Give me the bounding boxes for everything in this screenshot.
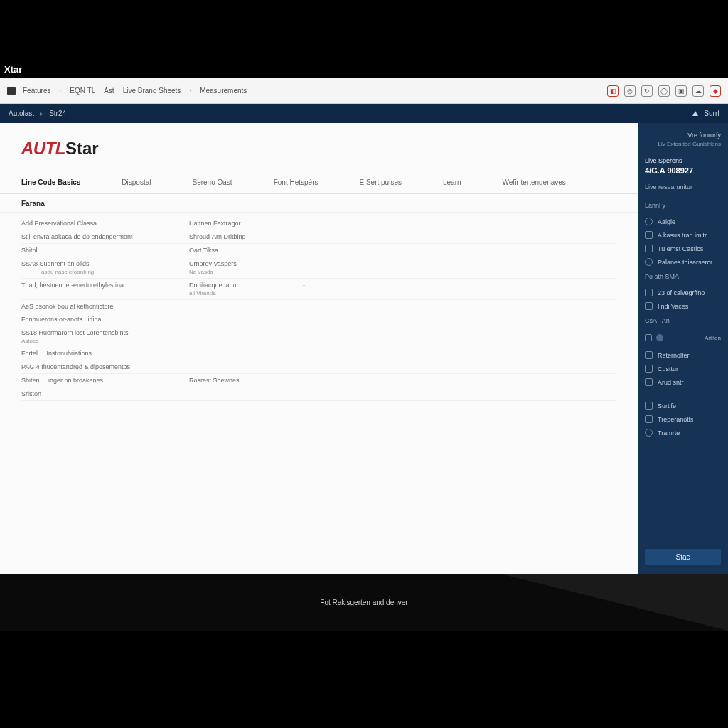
- sidebar-action-row: Artiten: [645, 334, 721, 341]
- cell-mark: -: [303, 282, 374, 296]
- context-left-2[interactable]: Str24: [49, 109, 66, 117]
- square-icon: [645, 402, 653, 410]
- table-row[interactable]: Add Preservational Classa Hattnen Fextra…: [21, 217, 616, 230]
- layers-icon[interactable]: ▣: [675, 85, 687, 97]
- action-label[interactable]: Artiten: [705, 335, 721, 341]
- table-row[interactable]: Fortel Instonubriations: [21, 347, 616, 360]
- tab-wefir[interactable]: Wefir tertengenaves: [503, 171, 583, 193]
- cell-label: PAG 4 thucentandred & diposementos: [21, 363, 189, 370]
- globe-icon: [645, 429, 653, 437]
- cell-value: Rosrest Shewnes: [189, 377, 303, 384]
- tab-sereno[interactable]: Sereno Oast: [193, 171, 250, 193]
- square-icon: [645, 415, 653, 423]
- tab-esert[interactable]: E.Sert pulses: [359, 171, 418, 193]
- tab-disposal[interactable]: Dispostal: [122, 171, 168, 193]
- tab-learn[interactable]: Learn: [443, 171, 478, 193]
- table-row[interactable]: PAG 4 thucentandred & diposementos: [21, 360, 616, 374]
- cell-label: Fonmuerons or-anots Litfina: [21, 316, 189, 323]
- sidebar-group-3: CsA TAn: [645, 317, 721, 324]
- book-icon: [645, 245, 653, 252]
- breadcrumb-2[interactable]: EQN TL: [70, 87, 95, 95]
- checkbox[interactable]: [645, 334, 652, 341]
- cell-label: SSA8 Suonrent an olids asdu nasc eroanbi…: [21, 260, 189, 275]
- refresh-icon[interactable]: ↻: [641, 85, 653, 97]
- sidebar-item[interactable]: Surtife: [645, 399, 721, 412]
- cell-mark: ·: [303, 260, 374, 275]
- cell-label: Add Preservational Classa: [21, 220, 189, 227]
- sidebar-row[interactable]: Live researunitur: [645, 183, 721, 191]
- edit-icon: [645, 351, 653, 359]
- toolbar: Features · EQN TL Ast Live Brand Sheets …: [0, 78, 728, 104]
- diamond-icon[interactable]: ◆: [710, 85, 721, 97]
- context-left-1[interactable]: Autolast: [9, 109, 34, 117]
- breadcrumb-4[interactable]: Live Brand Sheets: [123, 87, 181, 95]
- cell-sub: asdu nasc eroanbing: [21, 269, 182, 275]
- sidebar-item[interactable]: A kasus tran imitr: [645, 228, 721, 242]
- tab-line-code[interactable]: Line Code Basics: [21, 171, 97, 193]
- separator: ·: [189, 87, 191, 95]
- gear-icon: [645, 258, 653, 266]
- toolbar-icons: ◧ ◎ ↻ ◯ ▣ ☁ ◆: [607, 85, 721, 97]
- table-row[interactable]: Still envra aakaca de do endangermant Sh…: [21, 230, 616, 244]
- headset-icon: [645, 231, 653, 239]
- cell-label: Fortel Instonubriations: [21, 350, 189, 357]
- sidebar-item[interactable]: Iindi Vaces: [645, 299, 721, 313]
- table-row[interactable]: Thad, hestoennet-enedurethylestina Ducil…: [21, 279, 616, 300]
- cell-label: SS18 Huermarorn lost Lorentensbints Asto…: [21, 329, 189, 344]
- save-button[interactable]: Stac: [645, 549, 721, 565]
- sidebar-item[interactable]: Arud sntr: [645, 375, 721, 389]
- breadcrumb-1[interactable]: Features: [23, 87, 50, 95]
- table-row[interactable]: AeS bsonok bou al kethontictore: [21, 300, 616, 313]
- table-row[interactable]: Sriston: [21, 387, 616, 401]
- sidebar-item[interactable]: Tramrte: [645, 426, 721, 439]
- cell-label: Shiten inger on broakenes: [21, 377, 189, 384]
- tab-font[interactable]: Font Hetspérs: [274, 171, 336, 193]
- triangle-up-icon[interactable]: [692, 111, 698, 116]
- sidebar-group-1: Lannl y: [645, 202, 721, 209]
- table-row[interactable]: SSA8 Suonrent an olids asdu nasc eroanbi…: [21, 257, 616, 279]
- status-dot-icon: [656, 334, 663, 341]
- doc-icon[interactable]: ◧: [607, 85, 619, 97]
- sidebar-item[interactable]: Palanes thisarsercr: [645, 255, 721, 269]
- sidebar-item[interactable]: Treperanotls: [645, 412, 721, 426]
- sidebar-id: 4/G.A 908927: [645, 166, 721, 175]
- cell-sub: Na vasda: [189, 269, 303, 275]
- app-logo-icon[interactable]: [7, 87, 16, 95]
- sidebar-item[interactable]: Custtur: [645, 362, 721, 375]
- sidebar-top-link[interactable]: Vre fonrorfy: [645, 132, 721, 139]
- sidebar-item[interactable]: 23 of calvegrffno: [645, 286, 721, 299]
- table-row[interactable]: Fonmuerons or-anots Litfina: [21, 313, 616, 326]
- target-icon[interactable]: ◎: [624, 85, 636, 97]
- browser-tab[interactable]: Xtar: [0, 60, 728, 78]
- cell-value: Duciliacquebanor all Viranda: [189, 282, 303, 296]
- cloud-icon[interactable]: ☁: [692, 85, 704, 97]
- breadcrumb-5[interactable]: Measurements: [200, 87, 247, 95]
- breadcrumb-3[interactable]: Ast: [104, 87, 114, 95]
- circle-icon: [645, 218, 653, 225]
- sidebar-item[interactable]: Tu emst Castics: [645, 242, 721, 255]
- sidebar-item[interactable]: Reternolfer: [645, 348, 721, 362]
- cell-sub: Astoes: [21, 338, 182, 344]
- section-title: Farana: [0, 194, 638, 213]
- main-tabs: Line Code Basics Dispostal Sereno Oast F…: [0, 171, 638, 194]
- cell-label: Thad, hestoennet-enedurethylestina: [21, 282, 189, 296]
- page-footer: Fot Rakisgerten and denver: [0, 574, 728, 631]
- sidebar-heading: Live Sperens: [645, 157, 721, 164]
- hex-icon[interactable]: ◯: [658, 85, 670, 97]
- cell-sub: all Viranda: [189, 290, 303, 296]
- brand-rest: Star: [65, 139, 99, 158]
- sidebar-item[interactable]: Aaigle: [645, 215, 721, 228]
- table-row[interactable]: SS18 Huermarorn lost Lorentensbints Asto…: [21, 326, 616, 347]
- table-row[interactable]: Shitol Oart Tiksa: [21, 244, 616, 257]
- tab-title: Xtar: [4, 64, 22, 75]
- box-icon: [645, 378, 653, 386]
- cell-value: Oart Tiksa: [189, 247, 303, 254]
- context-right[interactable]: Surrf: [704, 109, 719, 117]
- cell-value: Hattnen Fextragor: [189, 220, 303, 227]
- brand-logo: AUTLStar: [0, 123, 638, 171]
- content-table: Add Preservational Classa Hattnen Fextra…: [0, 213, 638, 405]
- table-row[interactable]: Shiten inger on broakenes Rosrest Shewne…: [21, 374, 616, 387]
- sidebar-top-sub: Liv Extended Gunishions: [645, 141, 721, 147]
- cell-label: AeS bsonok bou al kethontictore: [21, 303, 189, 310]
- footer-text: Fot Rakisgerten and denver: [320, 599, 407, 606]
